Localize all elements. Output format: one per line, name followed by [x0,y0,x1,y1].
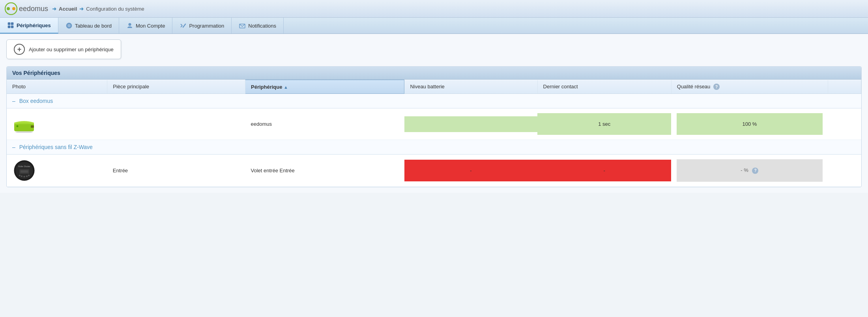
svg-rect-6 [11,26,13,28]
col-piece: Pièce principale [107,80,245,94]
contact-value: 1 sec [598,121,610,127]
tab-tableau[interactable]: Tableau de bord [58,18,119,34]
programmation-icon [180,22,187,29]
devices-section: Vos Périphériques Photo Pièce principale… [6,66,862,187]
tableau-icon [65,22,73,29]
device-photo-cell [7,108,107,140]
col-actions [828,80,861,94]
svg-point-8 [67,24,71,27]
device-contact-cell: 1 sec [537,108,671,140]
device-quality-cell-2: - % ? [671,155,828,187]
device-quality-cell: 100 % [671,108,828,140]
device-battery-cell [404,108,537,140]
eedomus-box-photo [12,114,36,134]
device-piece-2: Entrée [113,168,128,173]
quality-green: 100 % [677,113,822,135]
quality-value-2: - % [741,167,748,173]
col-peripherique[interactable]: Périphérique ▲ [245,80,404,94]
tab-notifications-label: Notifications [248,23,276,29]
svg-text:Roller Shutter: Roller Shutter [18,165,30,168]
svg-point-1 [7,7,10,10]
category-box: – Box eedomus [7,94,861,108]
eedomus-device-svg [13,116,36,133]
tab-programmation-label: Programmation [189,23,224,29]
section-title: Vos Périphériques [7,67,861,80]
device-name-cell-2: Volet entrée Entrée [245,155,404,187]
breadcrumb: ➜ Accueil ➜ Configuration du système [52,6,144,12]
contact-green: 1 sec [537,113,671,135]
nav-bar: Périphériques Tableau de bord Mon Compte… [0,18,868,34]
add-device-label: Ajouter ou supprimer un périphérique [29,47,114,52]
svg-point-9 [128,23,131,26]
category-dash: – [12,98,15,104]
device-photo-cell-2: Roller Shutter [7,155,107,187]
header-bar: eedomus ➜ Accueil ➜ Configuration du sys… [0,0,868,18]
tab-compte[interactable]: Mon Compte [119,18,172,34]
svg-point-23 [23,176,25,177]
device-name-2: Volet entrée Entrée [251,168,295,173]
svg-point-25 [28,175,30,176]
tab-notifications[interactable]: Notifications [232,18,284,34]
contact-value-2: - [604,168,605,173]
device-name: eedomus [251,121,272,127]
device-piece-cell [107,108,245,140]
category-zwave: – Périphériques sans fil Z-Wave [7,140,861,155]
roller-shutter-photo: Roller Shutter [12,160,36,180]
svg-rect-5 [8,26,10,28]
devices-table: Photo Pièce principale Périphérique ▲ Ni… [7,80,861,187]
svg-rect-4 [11,22,13,25]
add-icon: + [14,44,25,55]
notifications-icon [239,22,246,29]
table-header-row: Photo Pièce principale Périphérique ▲ Ni… [7,80,861,94]
logo-text: eedomus [19,5,48,13]
roller-shutter-svg: Roller Shutter [13,160,35,181]
col-photo: Photo [7,80,107,94]
category-zwave-label: – Périphériques sans fil Z-Wave [7,140,861,155]
svg-point-2 [12,7,15,10]
svg-point-21 [19,175,21,176]
device-piece-cell-2: Entrée [107,155,245,187]
battery-value-2: - [470,168,471,173]
tab-programmation[interactable]: Programmation [172,18,232,34]
device-actions-cell [828,108,861,140]
svg-rect-3 [8,22,10,25]
device-actions-cell-2 [828,155,861,187]
device-name-cell: eedomus [245,108,404,140]
quality-help-icon-2[interactable]: ? [752,168,758,174]
table-row: Roller Shutter [7,155,861,187]
peripheriques-icon [7,22,14,29]
breadcrumb-arrow-1: ➜ [52,6,56,12]
col-qualite: Qualité réseau ? [671,80,828,94]
device-contact-cell-2: - [537,155,671,187]
main-content: + Ajouter ou supprimer un périphérique V… [0,34,868,193]
quality-gray: - % ? [677,159,822,182]
tab-compte-label: Mon Compte [136,23,165,29]
table-row: eedomus 1 sec 100 % [7,108,861,140]
contact-red: - [537,160,671,181]
quality-value: 100 % [742,121,757,127]
category-box-label: – Box eedomus [7,94,861,108]
svg-point-22 [21,175,22,177]
tab-tableau-label: Tableau de bord [75,23,112,29]
tab-peripheriques-label: Périphériques [17,22,51,28]
breadcrumb-accueil[interactable]: Accueil [59,6,77,12]
battery-red: - [404,160,537,181]
svg-line-12 [183,24,185,27]
svg-point-17 [17,125,19,127]
sort-arrow-icon: ▲ [284,85,288,90]
svg-rect-16 [31,125,34,128]
breadcrumb-config[interactable]: Configuration du système [86,6,144,12]
qualite-help-icon[interactable]: ? [713,84,720,90]
add-device-button[interactable]: + Ajouter ou supprimer un périphérique [6,39,121,59]
logo-icon [5,2,17,15]
tab-peripheriques[interactable]: Périphériques [0,18,58,34]
battery-green [404,116,537,132]
svg-rect-27 [21,170,28,173]
svg-line-11 [181,26,182,27]
col-batterie: Niveau batterie [404,80,537,94]
col-contact: Dernier contact [537,80,671,94]
svg-point-24 [26,175,28,177]
device-battery-cell-2: - [404,155,537,187]
logo[interactable]: eedomus [5,2,48,15]
compte-icon [126,22,133,29]
